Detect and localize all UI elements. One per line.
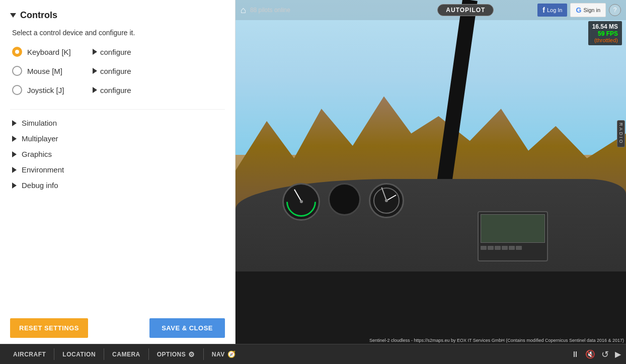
help-icon: ?: [613, 7, 617, 14]
attribution-text: Sentinel-2 cloudless - https://s2maps.eu…: [369, 338, 624, 343]
gps-btn-2: [488, 246, 494, 250]
camera-label: CAMERA: [112, 351, 140, 358]
keyboard-configure-btn[interactable]: configure: [93, 48, 131, 56]
toolbar-item-aircraft[interactable]: AIRCRAFT: [5, 344, 54, 364]
aircraft-label: AIRCRAFT: [13, 351, 46, 358]
sidebar-item-graphics[interactable]: Graphics: [10, 150, 225, 158]
options-label: OPTIONS: [157, 351, 186, 358]
bottom-toolbar: AIRCRAFT LOCATION CAMERA OPTIONS ⚙ NAV 🧭…: [0, 344, 626, 364]
panel-bottom-buttons: RESET SETTINGS SAVE & CLOSE: [0, 312, 235, 344]
configure-arrow-icon-3: [93, 87, 97, 93]
throttled-indicator: (throttled): [592, 37, 618, 43]
save-close-button[interactable]: SAVE & CLOSE: [149, 318, 225, 338]
joystick-label: Joystick [J]: [27, 86, 93, 95]
debuginfo-label: Debug info: [22, 181, 58, 190]
joystick-radio[interactable]: [12, 85, 22, 95]
keyboard-device-row: Keyboard [K] configure: [10, 47, 225, 57]
mouse-device-row: Mouse [M] configure: [10, 66, 225, 76]
help-button[interactable]: ?: [609, 4, 621, 16]
google-icon: G: [576, 6, 581, 14]
altimeter: [369, 183, 404, 218]
reset-settings-button[interactable]: RESET SETTINGS: [10, 318, 88, 338]
radio-label-text: RADIO: [618, 123, 623, 145]
mouse-label: Mouse [M]: [27, 67, 93, 75]
joystick-configure-btn[interactable]: configure: [93, 86, 131, 95]
google-signin-button[interactable]: G Sign in: [570, 3, 606, 17]
instrument-cluster: [282, 183, 404, 221]
home-icon[interactable]: ⌂: [241, 5, 246, 16]
toolbar-item-nav[interactable]: NAV 🧭: [204, 344, 244, 364]
location-label: LOCATION: [62, 351, 96, 358]
airspeed-indicator: [282, 183, 320, 221]
altimeter-center: [385, 199, 388, 202]
google-signin-label: Sign in: [583, 7, 600, 13]
graphics-expand-icon: [12, 151, 17, 157]
multiplayer-expand-icon: [12, 136, 17, 142]
gauge-center: [300, 200, 303, 203]
menu-sections: Simulation Multiplayer Graphics Environm…: [10, 115, 225, 197]
keyboard-configure-label: configure: [100, 48, 131, 56]
facebook-login-button[interactable]: f Log In: [537, 4, 567, 17]
pause-button[interactable]: ⏸: [571, 350, 579, 359]
gps-instrument: [478, 211, 548, 261]
toolbar-controls: ⏸ 🔇 ↺ ▶: [571, 349, 621, 360]
nav-label: NAV: [212, 351, 225, 358]
gps-btn-4: [502, 246, 508, 250]
controls-title: Controls: [10, 10, 225, 21]
panel-subtitle: Select a control device and configure it…: [10, 29, 225, 37]
keyboard-radio[interactable]: [12, 47, 22, 57]
gps-btn-3: [495, 246, 501, 250]
joystick-device-row: Joystick [J] configure: [10, 85, 225, 95]
sidebar-item-simulation[interactable]: Simulation: [10, 119, 225, 127]
joystick-configure-label: configure: [100, 86, 131, 95]
gps-buttons: [479, 245, 547, 251]
toolbar-item-camera[interactable]: CAMERA: [104, 344, 148, 364]
sim-topbar: ⌂ 88 pilots online AUTOPILOT f Log In G …: [236, 0, 626, 20]
radio-panel[interactable]: RADIO: [617, 120, 625, 147]
attitude-indicator: [328, 183, 361, 216]
autopilot-button[interactable]: AUTOPILOT: [437, 4, 494, 16]
cockpit-panel: [236, 179, 626, 344]
facebook-login-label: Log In: [547, 7, 563, 13]
debuginfo-expand-icon: [12, 183, 17, 189]
sidebar-item-multiplayer[interactable]: Multiplayer: [10, 134, 225, 143]
simulation-expand-icon: [12, 120, 17, 126]
divider: [10, 109, 225, 110]
facebook-icon: f: [542, 6, 545, 14]
gps-btn-5: [509, 246, 515, 250]
keyboard-label: Keyboard [K]: [27, 48, 93, 56]
configure-arrow-icon: [93, 49, 97, 55]
multiplayer-label: Multiplayer: [22, 134, 58, 143]
simulator-viewport: ⌂ 88 pilots online AUTOPILOT f Log In G …: [236, 0, 626, 344]
cockpit-inner-panel: [236, 271, 626, 344]
sim-scene: ⌂ 88 pilots online AUTOPILOT f Log In G …: [236, 0, 626, 344]
mouse-configure-btn[interactable]: configure: [93, 67, 131, 75]
pilots-online-text: 88 pilots online: [250, 7, 394, 14]
gps-btn-6: [516, 246, 522, 250]
refresh-button[interactable]: ↺: [601, 349, 609, 360]
simulation-label: Simulation: [22, 119, 57, 127]
environment-expand-icon: [12, 167, 17, 173]
compass-icon: 🧭: [227, 350, 236, 358]
sidebar-item-debuginfo[interactable]: Debug info: [10, 181, 225, 190]
performance-stats: 16.54 MS 59 FPS (throttled): [588, 21, 622, 45]
fps-stat: 59 FPS: [592, 30, 618, 37]
toolbar-item-location[interactable]: LOCATION: [54, 344, 104, 364]
mouse-configure-label: configure: [100, 67, 131, 75]
auth-buttons: f Log In G Sign in ?: [537, 3, 621, 17]
ms-stat: 16.54 MS: [592, 23, 618, 30]
mouse-radio[interactable]: [12, 66, 22, 76]
play-button[interactable]: ▶: [615, 349, 621, 359]
sidebar-item-environment[interactable]: Environment: [10, 165, 225, 174]
graphics-label: Graphics: [22, 150, 52, 158]
gear-icon: ⚙: [188, 350, 195, 358]
configure-arrow-icon-2: [93, 68, 97, 74]
gps-btn-1: [481, 246, 487, 250]
collapse-icon[interactable]: [10, 13, 16, 18]
environment-label: Environment: [22, 165, 64, 174]
gps-screen: [481, 214, 545, 243]
mute-button[interactable]: 🔇: [585, 349, 595, 359]
panel-title: Controls: [20, 10, 57, 21]
toolbar-item-options[interactable]: OPTIONS ⚙: [149, 344, 203, 364]
controls-panel: Controls Select a control device and con…: [0, 0, 236, 344]
